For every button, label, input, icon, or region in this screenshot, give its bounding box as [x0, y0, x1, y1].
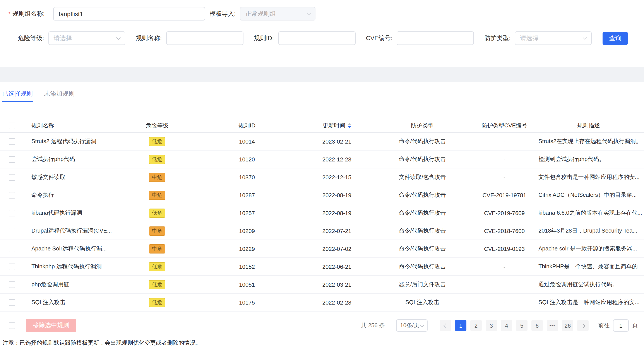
rule-name-input[interactable]: [166, 32, 244, 45]
rule-name: 尝试执行php代码: [24, 155, 125, 163]
chevron-down-icon: [307, 11, 311, 15]
rule-name: SQL注入攻击: [24, 298, 125, 306]
rule-id-input[interactable]: [278, 32, 356, 45]
section-divider: [0, 67, 644, 82]
risk-badge: 低危: [149, 280, 165, 289]
pager-page-6[interactable]: 6: [532, 320, 543, 331]
table-header: 规则名称 危险等级 规则ID 更新时间 防护类型 防护类型CVE编号 规则描述: [0, 119, 644, 133]
protect-type: 文件读取/包含攻击: [369, 173, 476, 181]
rule-name: 命令执行: [24, 191, 125, 199]
page-size-select[interactable]: 10条/页: [396, 320, 428, 332]
update-time: 2022-08-19: [304, 192, 369, 198]
select-all-checkbox[interactable]: [9, 122, 15, 129]
header-protect-type: 防护类型: [369, 122, 476, 130]
update-time: 2023-02-21: [304, 138, 369, 145]
row-checkbox[interactable]: [9, 299, 15, 306]
cve-number: -: [476, 281, 533, 288]
cve-label: CVE编号:: [366, 34, 392, 42]
table-row: SQL注入攻击 低危 10175 2022-02-28 SQL注入攻击 - SQ…: [0, 294, 644, 312]
goto-label: 前往: [598, 322, 610, 330]
tab-selected-rules[interactable]: 已选择规则: [2, 90, 33, 102]
row-checkbox[interactable]: [9, 156, 15, 162]
risk-badge: 中危: [149, 226, 165, 236]
tab-unadded-rules[interactable]: 未添加规则: [44, 90, 74, 102]
row-checkbox[interactable]: [9, 246, 15, 252]
note-text: 注意：已选择的规则默认跟随模板更新，会出现规则优化变更或者删除的情况。: [0, 339, 644, 346]
template-import-label: 模板导入:: [210, 10, 236, 18]
group-name-input[interactable]: [54, 7, 205, 20]
goto-page-input[interactable]: [613, 320, 629, 332]
template-import-value: 正常规则组: [245, 10, 276, 18]
risk-badge: 低危: [149, 137, 165, 146]
pager-page-4[interactable]: 4: [501, 320, 512, 331]
pager-page-5[interactable]: 5: [516, 320, 528, 331]
protect-type-select[interactable]: 请选择: [515, 32, 592, 45]
pagination: 123456•••26: [440, 320, 588, 331]
header-risk-level: 危险等级: [125, 122, 189, 130]
header-rule-id: 规则ID: [189, 122, 304, 130]
protect-type: 命令/代码执行攻击: [369, 227, 476, 235]
rule-id: 10014: [189, 138, 304, 145]
footer-select-checkbox[interactable]: [9, 322, 15, 329]
pager-pages: 123456•••26: [455, 320, 573, 331]
risk-level-select[interactable]: 请选择: [48, 32, 125, 45]
template-import-select: 正常规则组: [240, 7, 316, 20]
row-checkbox[interactable]: [9, 192, 15, 198]
pager-more-button[interactable]: •••: [547, 320, 558, 331]
rule-name: Thinkphp 远程代码执行漏洞: [24, 263, 125, 270]
remove-selected-button[interactable]: 移除选中规则: [26, 319, 76, 332]
prev-page-button[interactable]: [440, 320, 451, 331]
cve-number: -: [476, 174, 533, 180]
protect-type-field: 防护类型: 请选择: [484, 32, 592, 45]
protect-type: 命令/代码执行攻击: [369, 191, 476, 199]
risk-badge: 中危: [149, 190, 165, 200]
rule-id: 10175: [189, 299, 304, 306]
rule-id: 10209: [189, 228, 304, 234]
pager-page-26[interactable]: 26: [562, 320, 573, 331]
row-checkbox[interactable]: [9, 228, 15, 234]
row-checkbox[interactable]: [9, 138, 15, 145]
caret-up-icon: [348, 123, 351, 125]
pager-page-2[interactable]: 2: [470, 320, 482, 331]
total-count: 共 256 条: [361, 322, 385, 330]
row-checkbox[interactable]: [9, 281, 15, 288]
rule-id: 10051: [189, 281, 304, 288]
header-rule-name: 规则名称: [24, 122, 125, 130]
rule-desc: 文件包含攻击是一种网站应用程序的安...: [533, 173, 644, 181]
chevron-right-icon: [581, 323, 585, 328]
pager-page-1[interactable]: 1: [455, 320, 466, 331]
protect-type: 命令/代码执行攻击: [369, 209, 476, 217]
rule-id: 10287: [189, 192, 304, 198]
protect-type: 命令/代码执行攻击: [369, 155, 476, 163]
goto-page: 前往 页: [598, 320, 638, 332]
cve-number: CVE-2019-7609: [476, 210, 533, 216]
risk-badge: 低危: [149, 208, 165, 218]
protect-type: SQL注入攻击: [369, 298, 476, 306]
risk-badge: 中危: [149, 172, 165, 182]
cve-input[interactable]: [397, 32, 474, 45]
table-row: php危险调用链 低危 10051 2022-03-21 恶意/后门文件攻击 -…: [0, 276, 644, 294]
search-button[interactable]: 查询: [603, 32, 628, 45]
rule-desc: SQL注入攻击是一种网站应用程序的安...: [533, 298, 644, 306]
risk-level-placeholder: 请选择: [54, 34, 72, 42]
next-page-button[interactable]: [577, 320, 588, 331]
risk-level-field: 危险等级: 请选择: [18, 32, 125, 45]
protect-type: 命令/代码执行攻击: [369, 263, 476, 270]
rule-name: kibana代码执行漏洞: [24, 209, 125, 217]
table-row: Thinkphp 远程代码执行漏洞 低危 10152 2022-06-21 命令…: [0, 258, 644, 276]
row-checkbox[interactable]: [9, 210, 15, 216]
header-update-time-label: 更新时间: [323, 122, 345, 130]
protect-type: 命令/代码执行攻击: [369, 245, 476, 253]
rule-group-page: * 规则组名称: 模板导入: 正常规则组 危险等级: 请选择: [0, 0, 644, 346]
sort-icon[interactable]: [348, 123, 351, 128]
row-checkbox[interactable]: [9, 174, 15, 180]
cve-field: CVE编号:: [366, 32, 474, 45]
chevron-down-icon: [116, 35, 121, 40]
row-checkbox[interactable]: [9, 263, 15, 270]
rule-name-label: 规则名称:: [136, 34, 162, 42]
pager-page-3[interactable]: 3: [486, 320, 497, 331]
risk-badge: 低危: [149, 298, 165, 307]
table-row: kibana代码执行漏洞 低危 10257 2022-08-19 命令/代码执行…: [0, 204, 644, 222]
goto-unit: 页: [632, 322, 638, 330]
risk-level-label: 危险等级:: [18, 34, 44, 42]
